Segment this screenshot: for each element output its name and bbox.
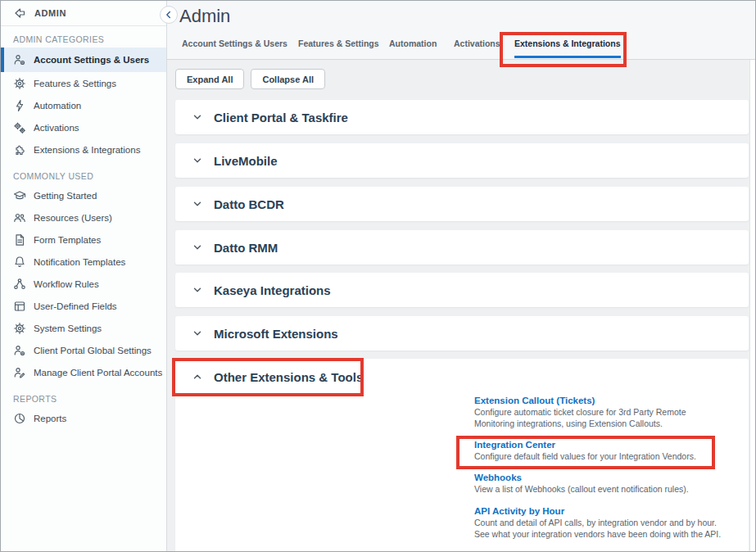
sidebar-item-label: Reports — [34, 414, 66, 423]
sidebar-item-label: System Settings — [34, 324, 102, 333]
tab-automation[interactable]: Automation — [389, 31, 437, 59]
admin-tabs: Account Settings & Users Features & Sett… — [167, 31, 755, 59]
accordion-livemobile[interactable]: LiveMobile — [175, 143, 749, 178]
pie-chart-icon — [13, 412, 26, 425]
sidebar-item-label: Automation — [34, 101, 81, 111]
tab-features-settings[interactable]: Features & Settings — [298, 31, 379, 59]
sidebar-back-header[interactable]: ADMIN — [1, 1, 166, 26]
chevron-down-icon — [192, 111, 203, 123]
scrollbar-track[interactable] — [749, 60, 755, 551]
accordion-title: Client Portal & Taskfire — [214, 111, 348, 124]
gear-icon — [13, 322, 26, 335]
accordion-datto-rmm[interactable]: Datto RMM — [175, 230, 749, 265]
graduation-cap-icon — [13, 189, 26, 202]
admin-page: ADMIN ADMIN CATEGORIES Account Settings … — [0, 0, 756, 552]
sidebar-item-manage-client-portal-accounts[interactable]: Manage Client Portal Accounts — [1, 361, 166, 383]
accordion-other-extensions-tools-header[interactable]: Other Extensions & Tools — [175, 359, 749, 395]
chevron-down-icon — [192, 155, 203, 166]
accordion-toolbar: Expand All Collapse All — [175, 69, 325, 89]
accordion-kaseya-integrations[interactable]: Kaseya Integrations — [175, 273, 749, 307]
sidebar-item-label: Activations — [34, 123, 79, 133]
sidebar-item-label: Manage Client Portal Accounts — [34, 368, 162, 378]
accordion-title: LiveMobile — [214, 154, 278, 168]
chevron-down-icon — [192, 242, 203, 253]
chevron-left-icon — [163, 9, 174, 20]
accordion-other-extensions-tools: Other Extensions & Tools Extension Callo… — [175, 359, 749, 551]
sidebar-collapse-button[interactable] — [160, 6, 178, 24]
user-edit-icon — [13, 366, 26, 379]
chevron-down-icon — [192, 198, 203, 210]
expand-all-button[interactable]: Expand All — [175, 69, 244, 89]
link-description: Configure automatic ticket closure for 3… — [474, 406, 756, 418]
accordion-client-portal-taskfire[interactable]: Client Portal & Taskfire — [175, 100, 749, 134]
accordion-title: Microsoft Extensions — [214, 327, 338, 341]
sidebar-item-automation[interactable]: Automation — [1, 94, 166, 116]
sidebar-item-features-settings[interactable]: Features & Settings — [1, 72, 166, 94]
link-block-webhooks: Webhooks View a list of Webhooks (callou… — [474, 472, 756, 495]
grid-icon — [13, 300, 26, 313]
tab-activations[interactable]: Activations — [454, 31, 500, 59]
sidebar-item-account-settings-users[interactable]: Account Settings & Users — [1, 48, 166, 72]
accordion-title: Kaseya Integrations — [214, 283, 331, 297]
sidebar-item-label: Resources (Users) — [34, 213, 112, 223]
sidebar-item-activations[interactable]: Activations — [1, 116, 166, 138]
workflow-icon — [13, 278, 26, 291]
user-gear-icon — [13, 53, 26, 66]
page-title: Admin — [179, 6, 230, 27]
sidebar-item-label: Client Portal Global Settings — [34, 346, 152, 355]
sidebar-item-label: User-Defined Fields — [34, 301, 117, 311]
sidebar-item-form-templates[interactable]: Form Templates — [1, 228, 166, 251]
sidebar-item-notification-templates[interactable]: Notification Templates — [1, 251, 166, 273]
sidebar-item-client-portal-global-settings[interactable]: Client Portal Global Settings — [1, 339, 166, 361]
sidebar-item-user-defined-fields[interactable]: User-Defined Fields — [1, 295, 166, 317]
bell-icon — [13, 256, 26, 269]
sidebar-section-label-admin-categories: ADMIN CATEGORIES — [1, 26, 166, 48]
puzzle-icon — [13, 143, 26, 156]
sidebar-item-getting-started[interactable]: Getting Started — [1, 184, 166, 206]
chevron-down-icon — [192, 284, 203, 296]
gear-icon — [13, 77, 26, 90]
chevron-up-icon — [192, 371, 203, 382]
main-area: Admin Account Settings & Users Features … — [167, 1, 755, 551]
accordion-title: Other Extensions & Tools — [214, 370, 363, 384]
api-activity-by-hour-link[interactable]: API Activity by Hour — [474, 505, 756, 517]
link-description: Count and detail of API calls, by integr… — [474, 517, 756, 528]
sidebar-section-label-commonly-used: COMMONLY USED — [1, 161, 166, 184]
accordion-title: Datto BCDR — [214, 197, 284, 211]
main-header: Admin Account Settings & Users Features … — [167, 1, 755, 60]
tab-content: Expand All Collapse All Client Portal & … — [167, 60, 755, 551]
chevron-down-icon — [192, 328, 203, 339]
accordion-datto-bcdr[interactable]: Datto BCDR — [175, 187, 749, 221]
sidebar-item-system-settings[interactable]: System Settings — [1, 317, 166, 339]
accordion-microsoft-extensions[interactable]: Microsoft Extensions — [175, 316, 749, 351]
sidebar-item-label: Getting Started — [34, 191, 97, 201]
link-description: View a list of Webhooks (callout event n… — [474, 483, 756, 495]
sidebar-item-label: Extensions & Integrations — [34, 145, 140, 155]
integration-center-link[interactable]: Integration Center — [474, 439, 756, 450]
webhooks-link[interactable]: Webhooks — [474, 472, 756, 483]
sidebar-item-workflow-rules[interactable]: Workflow Rules — [1, 273, 166, 295]
link-block-api-activity: API Activity by Hour Count and detail of… — [474, 505, 756, 540]
sidebar-item-label: Account Settings & Users — [34, 55, 149, 65]
link-description: See what your integration vendors have b… — [474, 528, 756, 540]
extension-links-column: Extension Callout (Tickets) Configure au… — [474, 395, 756, 550]
sidebar-back-label: ADMIN — [34, 8, 66, 18]
collapse-all-button[interactable]: Collapse All — [251, 69, 325, 89]
lightning-icon — [13, 99, 26, 112]
sidebar-item-label: Notification Templates — [34, 257, 125, 267]
sidebar-item-label: Form Templates — [34, 235, 101, 245]
sidebar-item-resources-users[interactable]: Resources (Users) — [1, 206, 166, 228]
link-block-extension-callout: Extension Callout (Tickets) Configure au… — [474, 395, 756, 429]
tab-extensions-integrations[interactable]: Extensions & Integrations — [514, 31, 621, 59]
users-icon — [13, 211, 26, 224]
document-icon — [13, 233, 26, 247]
admin-sidebar: ADMIN ADMIN CATEGORIES Account Settings … — [1, 1, 167, 551]
extension-callout-tickets-link[interactable]: Extension Callout (Tickets) — [474, 395, 756, 406]
sidebar-item-extensions-integrations[interactable]: Extensions & Integrations — [1, 138, 166, 161]
link-block-integration-center: Integration Center Configure default fie… — [474, 439, 756, 462]
back-arrow-icon — [13, 7, 26, 20]
sidebar-item-reports[interactable]: Reports — [1, 407, 166, 429]
sidebar-item-label: Features & Settings — [34, 79, 116, 88]
link-description: Configure default field values for your … — [474, 450, 756, 462]
tab-account-settings-users[interactable]: Account Settings & Users — [182, 31, 287, 59]
